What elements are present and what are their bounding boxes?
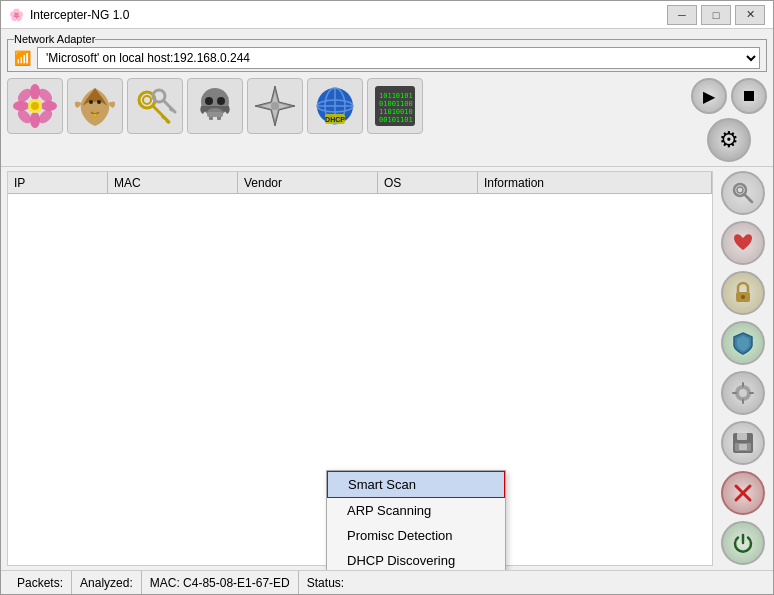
shield-side-button[interactable] — [721, 321, 765, 365]
play-button[interactable]: ▶ — [691, 78, 727, 114]
table-header: IP MAC Vendor OS Information — [8, 172, 712, 194]
network-adapter-icon: 📶 — [14, 50, 31, 66]
analyzed-segment: Analyzed: — [72, 571, 142, 594]
menu-item-arp-scanning[interactable]: ARP Scanning — [327, 498, 505, 523]
svg-rect-50 — [742, 382, 744, 387]
toolbar: DHCP 10110101 01001100 11010010 00101101 — [7, 78, 685, 134]
dhcp-icon-btn[interactable]: DHCP — [307, 78, 363, 134]
app-title: Intercepter-NG 1.0 — [30, 8, 129, 22]
eagle-icon-btn[interactable] — [67, 78, 123, 134]
table-container: IP MAC Vendor OS Information Smart Scan … — [7, 171, 713, 566]
svg-rect-55 — [737, 433, 747, 440]
svg-point-14 — [143, 96, 151, 104]
col-info: Information — [478, 172, 712, 193]
svg-rect-52 — [732, 392, 737, 394]
x-side-button[interactable] — [721, 471, 765, 515]
svg-text:10110101: 10110101 — [379, 92, 413, 100]
status-bar: Packets: Analyzed: MAC: C4-85-08-E1-67-E… — [1, 570, 773, 594]
gear2-side-button[interactable] — [721, 371, 765, 415]
main-window: 🌸 Intercepter-NG 1.0 ─ □ ✕ Network Adapt… — [0, 0, 774, 595]
svg-point-43 — [737, 187, 743, 193]
col-mac: MAC — [108, 172, 238, 193]
svg-point-12 — [97, 100, 101, 104]
key-side-button[interactable] — [721, 171, 765, 215]
stop-button[interactable]: ⏹ — [731, 78, 767, 114]
menu-item-promisc-detection[interactable]: Promisc Detection — [327, 523, 505, 548]
menu-item-dhcp-discovering[interactable]: DHCP Discovering — [327, 548, 505, 570]
mac-segment: MAC: C4-85-08-E1-67-ED — [142, 571, 299, 594]
svg-point-47 — [741, 295, 745, 299]
cross-icon-btn[interactable] — [247, 78, 303, 134]
svg-text:11010010: 11010010 — [379, 108, 413, 116]
svg-rect-53 — [749, 392, 754, 394]
svg-point-3 — [13, 101, 29, 111]
close-button[interactable]: ✕ — [735, 5, 765, 25]
skull-icon-btn[interactable] — [187, 78, 243, 134]
svg-point-10 — [31, 102, 39, 110]
maximize-button[interactable]: □ — [701, 5, 731, 25]
svg-point-29 — [271, 102, 279, 110]
svg-text:DHCP: DHCP — [325, 116, 345, 123]
toolbar-right: ▶ ⏹ ⚙ — [691, 78, 767, 162]
network-adapter-label: Network Adapter — [14, 33, 95, 45]
svg-text:00101101: 00101101 — [379, 116, 413, 124]
heartbleed-side-button[interactable] — [721, 221, 765, 265]
power-side-button[interactable] — [721, 521, 765, 565]
network-adapter-group: Network Adapter 📶 'Microsoft' on local h… — [1, 29, 773, 74]
svg-text:01001100: 01001100 — [379, 100, 413, 108]
svg-point-1 — [30, 84, 40, 100]
network-adapter-select[interactable]: 'Microsoft' on local host:192.168.0.244 — [37, 47, 760, 69]
minimize-button[interactable]: ─ — [667, 5, 697, 25]
col-ip: IP — [8, 172, 108, 193]
svg-rect-51 — [742, 399, 744, 404]
gear-button[interactable]: ⚙ — [707, 118, 751, 162]
col-vendor: Vendor — [238, 172, 378, 193]
app-icon: 🌸 — [9, 8, 24, 22]
menu-item-smart-scan[interactable]: Smart Scan — [327, 471, 505, 498]
svg-point-11 — [89, 100, 93, 104]
main-content: IP MAC Vendor OS Information Smart Scan … — [1, 167, 773, 570]
keys-icon-btn[interactable] — [127, 78, 183, 134]
status-segment: Status: — [299, 571, 352, 594]
context-menu: Smart Scan ARP Scanning Promisc Detectio… — [326, 470, 506, 570]
svg-rect-26 — [207, 112, 223, 117]
title-bar: 🌸 Intercepter-NG 1.0 ─ □ ✕ — [1, 1, 773, 29]
save-side-button[interactable] — [721, 421, 765, 465]
flower-icon-btn[interactable] — [7, 78, 63, 134]
svg-point-2 — [30, 112, 40, 128]
svg-rect-57 — [739, 444, 747, 450]
svg-line-19 — [164, 101, 175, 112]
lock-side-button[interactable] — [721, 271, 765, 315]
svg-point-23 — [217, 97, 225, 105]
packets-segment: Packets: — [9, 571, 72, 594]
binary-icon-btn[interactable]: 10110101 01001100 11010010 00101101 — [367, 78, 423, 134]
side-panel — [713, 167, 773, 570]
svg-point-4 — [41, 101, 57, 111]
title-bar-controls: ─ □ ✕ — [667, 5, 765, 25]
svg-point-49 — [739, 389, 747, 397]
svg-point-22 — [205, 97, 213, 105]
title-bar-left: 🌸 Intercepter-NG 1.0 — [9, 8, 129, 22]
col-os: OS — [378, 172, 478, 193]
